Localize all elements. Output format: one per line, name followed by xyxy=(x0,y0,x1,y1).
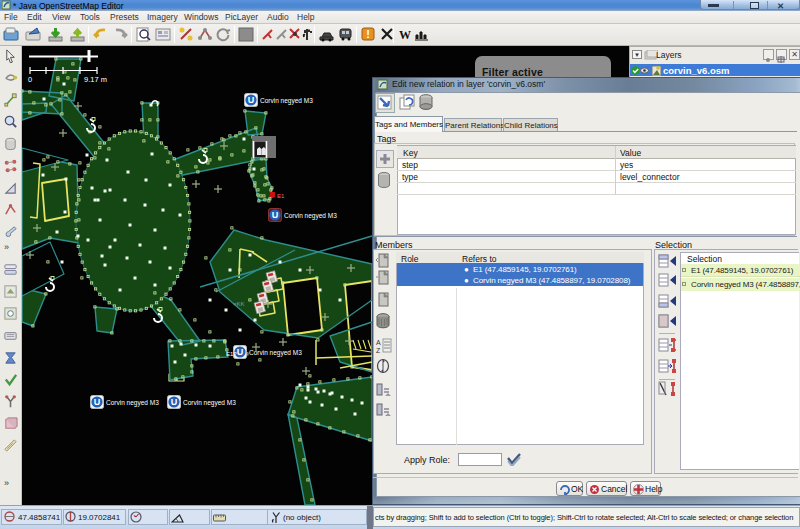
svg-text:Corvin negyed M3: Corvin negyed M3 xyxy=(106,399,159,407)
svg-text:E1: E1 xyxy=(277,193,285,199)
svg-text:U: U xyxy=(237,347,244,357)
svg-text:Corvin negyed M3: Corvin negyed M3 xyxy=(183,399,236,407)
svg-text:Corvin negyed M3: Corvin negyed M3 xyxy=(284,212,337,220)
svg-text:Corvin negyed M3: Corvin negyed M3 xyxy=(260,97,313,105)
svg-text:Z: Z xyxy=(376,347,381,354)
svg-text:9.17 m: 9.17 m xyxy=(84,75,107,84)
svg-text:U: U xyxy=(94,397,101,407)
svg-text:0: 0 xyxy=(28,75,32,84)
svg-text:U: U xyxy=(171,397,178,407)
svg-text:!: ! xyxy=(366,28,370,40)
svg-text:U: U xyxy=(272,210,279,220)
svg-text:W: W xyxy=(399,28,411,42)
svg-text:Corvin negyed M3: Corvin negyed M3 xyxy=(249,349,302,357)
svg-text:A: A xyxy=(376,339,381,346)
svg-text:×KK: ×KK xyxy=(233,301,245,307)
svg-text:E1?: E1? xyxy=(226,351,237,357)
svg-text:U: U xyxy=(248,95,255,105)
